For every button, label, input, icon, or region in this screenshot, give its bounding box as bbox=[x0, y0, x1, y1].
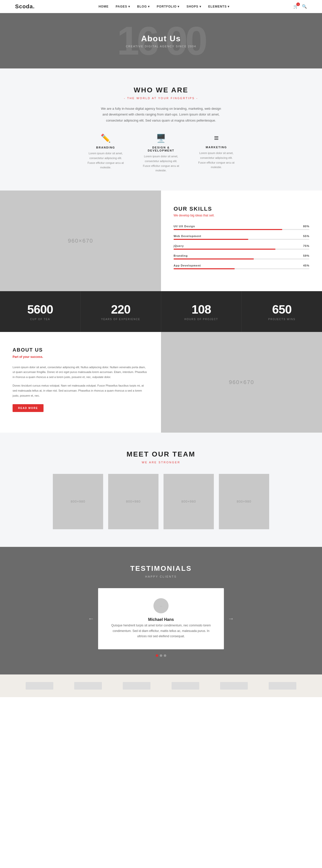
skill-fill bbox=[173, 229, 282, 230]
footer-logo bbox=[74, 682, 102, 689]
skill-percent: 59% bbox=[303, 254, 310, 257]
service-branding: ✏️ BRANDING Lorem ipsum dolor sit amet, … bbox=[86, 133, 126, 173]
skill-bar: jQuery 75% bbox=[173, 244, 310, 250]
service-design-desc: Lorem ipsum dolor sit amet, consectetur … bbox=[141, 154, 181, 173]
stat-number: 5600 bbox=[5, 303, 75, 316]
service-design: 🖥️ DESIGN & DEVELOPMENT Lorem ipsum dolo… bbox=[141, 133, 181, 173]
skill-label: jQuery 75% bbox=[173, 244, 310, 247]
logo[interactable]: Scoda. bbox=[15, 3, 35, 10]
testimonials-section: Testimonials HAPPY CLIENTS ← ... Michael… bbox=[0, 547, 322, 675]
skill-percent: 55% bbox=[303, 235, 310, 238]
who-title: WHO WE ARE bbox=[15, 86, 307, 94]
testimonials-subtitle: HAPPY CLIENTS bbox=[15, 575, 307, 578]
skill-fill bbox=[173, 239, 248, 240]
navbar: Scoda. HOME PAGES ▾ BLOG ▾ PORTFOLIO ▾ S… bbox=[0, 0, 322, 13]
footer-logo bbox=[171, 682, 199, 689]
service-branding-desc: Lorem ipsum dolor sit amet, consectetur … bbox=[86, 151, 126, 170]
footer-logo bbox=[269, 682, 296, 689]
team-section: MEET OUR TEAM WE ARE STRONGER 800×980800… bbox=[0, 433, 322, 547]
read-more-button[interactable]: READ MORE bbox=[12, 404, 43, 412]
stat-item: 5600 CUP OF TEA bbox=[0, 291, 80, 332]
dot-2[interactable] bbox=[160, 654, 162, 657]
skill-percent: 80% bbox=[303, 225, 310, 228]
marketing-icon: ≡ bbox=[196, 133, 236, 143]
hero-section: 16 00 About Us CREATIVE DIGITAL AGENCY S… bbox=[0, 13, 322, 68]
stat-item: 220 YEARS OF EXPERIENCE bbox=[80, 291, 161, 332]
skill-track bbox=[173, 229, 310, 230]
branding-icon: ✏️ bbox=[86, 133, 126, 143]
stat-number: 108 bbox=[166, 303, 236, 316]
skill-track bbox=[173, 258, 310, 259]
who-we-are-section: WHO WE ARE THE WORLD AT YOUR FINGERTIPS … bbox=[0, 68, 322, 190]
testimonial-dots bbox=[15, 654, 307, 657]
skill-label: UI/ UX Design 80% bbox=[173, 225, 310, 228]
nav-elements[interactable]: ELEMENTS ▾ bbox=[208, 5, 230, 8]
team-title: MEET OUR TEAM bbox=[15, 450, 307, 458]
about-title: ABOUT US bbox=[12, 347, 149, 353]
service-design-title: DESIGN & DEVELOPMENT bbox=[141, 146, 181, 152]
skill-fill bbox=[173, 268, 235, 269]
skill-name: jQuery bbox=[173, 244, 184, 247]
skills-image: 960×670 bbox=[0, 190, 161, 291]
skill-fill bbox=[173, 249, 276, 250]
stat-label: CUP OF TEA bbox=[5, 318, 75, 321]
nav-blog[interactable]: BLOG ▾ bbox=[137, 5, 150, 8]
testimonial-name: Michael Hans bbox=[111, 617, 211, 622]
footer-logo bbox=[220, 682, 248, 689]
service-marketing-title: MARKETING bbox=[196, 146, 236, 149]
next-testimonial-button[interactable]: → bbox=[228, 615, 234, 622]
team-subtitle: WE ARE STRONGER bbox=[15, 461, 307, 464]
footer-logo bbox=[26, 682, 53, 689]
skill-track bbox=[173, 249, 310, 250]
skill-bar: Web Development 55% bbox=[173, 235, 310, 240]
skill-bar: Branding 59% bbox=[173, 254, 310, 259]
search-icon[interactable]: 🔍 bbox=[302, 4, 307, 9]
team-card[interactable]: 800×980 bbox=[163, 474, 214, 529]
about-paragraphs: Lorem ipsum dolor sit amet, consectetur … bbox=[12, 365, 149, 398]
who-subtitle: THE WORLD AT YOUR FINGERTIPS bbox=[15, 97, 307, 100]
avatar: ... bbox=[154, 598, 168, 613]
skill-fill bbox=[173, 258, 254, 259]
service-marketing-desc: Lorem ipsum dolor sit amet, consectetur … bbox=[196, 151, 236, 169]
skill-label: Branding 59% bbox=[173, 254, 310, 257]
skill-name: UI/ UX Design bbox=[173, 225, 195, 228]
skills-tagline: We develop big ideas that sell. bbox=[173, 214, 310, 217]
testimonial-wrapper: ← ... Michael Hans Quisque hendrerit tur… bbox=[98, 588, 224, 649]
nav-shops[interactable]: SHOPS ▾ bbox=[186, 5, 201, 8]
footer-logo bbox=[123, 682, 151, 689]
about-paragraph: Lorem ipsum dolor sit amet, consectetur … bbox=[12, 365, 149, 380]
dot-3[interactable] bbox=[164, 654, 166, 657]
skills-content: OUR SKILLS We develop big ideas that sel… bbox=[161, 190, 322, 291]
hero-content: About Us CREATIVE DIGITAL AGENCY SINCE 2… bbox=[126, 34, 196, 48]
service-marketing: ≡ MARKETING Lorem ipsum dolor sit amet, … bbox=[196, 133, 236, 173]
team-card[interactable]: 800×980 bbox=[219, 474, 269, 529]
about-tagline: Part of your success. bbox=[12, 354, 149, 360]
skills-title: OUR SKILLS bbox=[173, 206, 310, 212]
prev-testimonial-button[interactable]: ← bbox=[88, 615, 94, 622]
skill-name: Web Development bbox=[173, 235, 201, 238]
cart-badge: 1 bbox=[296, 2, 300, 6]
who-description: We are a fully in-house digital agency f… bbox=[98, 106, 224, 123]
stat-item: 108 HOURS OF PROJECT bbox=[161, 291, 242, 332]
nav-right: 🛒 1 🔍 bbox=[293, 4, 307, 9]
skill-track bbox=[173, 268, 310, 269]
skills-bars: UI/ UX Design 80% Web Development 55% jQ… bbox=[173, 225, 310, 269]
testimonial-card: ... Michael Hans Quisque hendrerit turpi… bbox=[98, 588, 224, 649]
team-card[interactable]: 800×980 bbox=[53, 474, 103, 529]
hero-subtitle: CREATIVE DIGITAL AGENCY SINCE 2004 bbox=[126, 45, 196, 48]
nav-portfolio[interactable]: PORTFOLIO ▾ bbox=[157, 5, 180, 8]
nav-home[interactable]: HOME bbox=[99, 5, 109, 8]
nav-pages[interactable]: PAGES ▾ bbox=[116, 5, 130, 8]
dot-1[interactable] bbox=[156, 654, 158, 657]
stats-section: 5600 CUP OF TEA 220 YEARS OF EXPERIENCE … bbox=[0, 291, 322, 332]
team-card[interactable]: 800×980 bbox=[108, 474, 159, 529]
about-paragraph: Donec tincidunt cursus metus volutpat. N… bbox=[12, 383, 149, 398]
skill-name: App Development bbox=[173, 264, 201, 267]
stat-label: HOURS OF PROJECT bbox=[166, 318, 236, 321]
skill-label: App Development 45% bbox=[173, 264, 310, 267]
stat-label: YEARS OF EXPERIENCE bbox=[86, 318, 156, 321]
skills-section: 960×670 OUR SKILLS We develop big ideas … bbox=[0, 190, 322, 291]
stat-number: 650 bbox=[247, 303, 317, 316]
cart-icon[interactable]: 🛒 1 bbox=[293, 4, 298, 9]
skill-bar: App Development 45% bbox=[173, 264, 310, 269]
